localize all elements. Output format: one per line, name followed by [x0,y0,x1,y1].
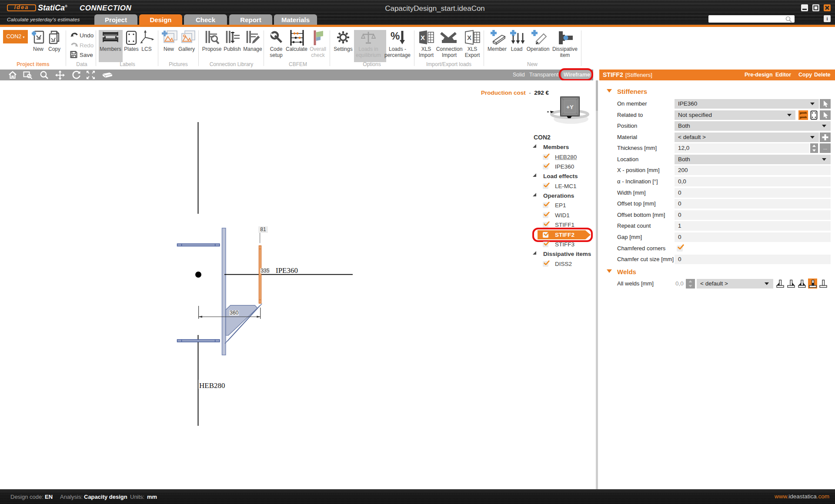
svg-text:HEB280: HEB280 [199,381,225,390]
svg-text:360: 360 [230,310,238,316]
svg-text:X: X [421,34,425,41]
svg-text:335: 335 [261,268,269,274]
svg-text:IPE360: IPE360 [276,266,298,275]
svg-text:+Y: +Y [566,104,574,110]
svg-text:X: X [467,34,471,41]
svg-text:81: 81 [260,226,266,232]
svg-text:%: % [391,30,400,42]
